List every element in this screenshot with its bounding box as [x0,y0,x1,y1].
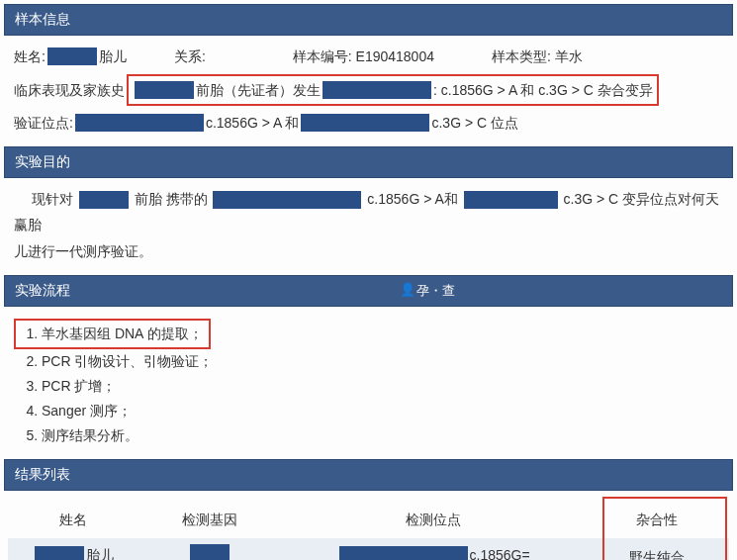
procedure-item-4: Sanger 测序； [42,399,723,423]
procedure-list: 羊水基因组 DNA 的提取； PCR 引物设计、引物验证； PCR 扩增； Sa… [14,319,723,449]
section-header-results: 结果列表 [4,459,733,491]
redacted-block [213,191,361,209]
table-header-row: 姓名 检测基因 检测位点 杂合性 [8,501,729,539]
section-body-purpose: 现针对 前胎 携带的 c.1856G > A和 c.3G > C 变异位点对何天… [4,178,733,275]
verify-mid2: c.3G > C 位点 [431,110,518,137]
row-zygosity: 野生纯合 [629,549,685,560]
sample-type-label: 样本类型: [492,44,551,70]
redacted-block [190,544,230,560]
procedure-item-text: PCR 引物设计、引物验证； [42,353,213,369]
clinical-mid: : c.1856G > A 和 c.3G > C 杂合变异 [433,77,653,104]
table-row: 胎儿 c.1856G= 野生纯合 [8,538,729,560]
col-zygosity: 杂合性 [585,501,729,539]
sample-info-row1: 姓名: 胎儿 关系: 样本编号: E190418004 样本类型: 羊水 [14,44,723,70]
section-body-results: 姓名 检测基因 检测位点 杂合性 胎儿 c.1856G= 野生纯合 胎儿 c.3… [4,491,733,561]
procedure-item-text: 羊水基因组 DNA 的提取； [42,326,203,341]
procedure-item-text: Sanger 测序； [42,403,132,419]
section-header-procedure: 实验流程 👤 孕・查 [4,275,733,307]
watermark-text: 孕・查 [416,282,455,300]
procedure-item-3: PCR 扩增； [42,374,723,399]
row-site-suffix: c.1856G= [470,542,530,560]
row-name-suffix: 胎儿 [86,542,114,560]
redacted-block [75,114,204,132]
section-title: 实验流程 [15,282,70,298]
watermark-icon: 👤 [400,282,415,297]
procedure-item-5: 测序结果分析。 [42,423,723,448]
name-label: 姓名: [14,44,46,70]
sample-info-row2: 临床表现及家族史 前胎（先证者）发生 : c.1856G > A 和 c.3G … [14,74,723,107]
section-title: 实验目的 [15,153,70,169]
name-suffix: 胎儿 [99,44,127,70]
section-header-sample-info: 样本信息 [4,4,733,36]
section-body-sample-info: 姓名: 胎儿 关系: 样本编号: E190418004 样本类型: 羊水 临床表… [4,36,733,146]
col-site: 检测位点 [282,501,585,539]
redacted-block [79,191,129,209]
procedure-item-2: PCR 引物设计、引物验证； [42,349,723,374]
redacted-block [47,47,97,65]
sample-info-row3: 验证位点: c.1856G > A 和 c.3G > C 位点 [14,110,723,137]
purpose-tail: 儿进行一代测序验证。 [14,243,152,259]
col-gene: 检测基因 [138,501,282,539]
redacted-block [339,546,468,560]
col-name: 姓名 [8,501,138,539]
redacted-block [135,81,194,99]
purpose-pre: 现针对 [32,191,73,207]
verify-label: 验证位点: [14,110,73,137]
procedure-item-text: PCR 扩增； [42,378,116,394]
verify-mid1: c.1856G > A 和 [206,110,300,137]
redacted-block [464,191,558,209]
redacted-block [35,546,84,560]
section-header-purpose: 实验目的 [4,146,733,178]
sample-type-value: 羊水 [555,44,583,70]
procedure-item-text: 测序结果分析。 [42,427,138,443]
purpose-mid2: c.1856G > A和 [367,191,457,207]
sample-no-value: E190418004 [356,44,434,70]
redacted-block [301,114,429,132]
section-body-procedure: 羊水基因组 DNA 的提取； PCR 引物设计、引物验证； PCR 扩增； Sa… [4,307,733,459]
sample-no-label: 样本编号: [293,44,352,70]
purpose-mid1: 前胎 携带的 [135,191,208,207]
procedure-item-1: 羊水基因组 DNA 的提取； [42,319,723,349]
section-title: 结果列表 [15,466,70,482]
clinical-pretext: 前胎（先证者）发生 [196,77,321,104]
relation-label: 关系: [174,44,206,70]
clinical-label: 临床表现及家族史 [14,77,125,104]
section-title: 样本信息 [15,11,70,27]
results-table: 姓名 检测基因 检测位点 杂合性 胎儿 c.1856G= 野生纯合 胎儿 c.3… [8,501,729,561]
clinical-highlight-box: 前胎（先证者）发生 : c.1856G > A 和 c.3G > C 杂合变异 [127,74,659,107]
redacted-block [322,81,431,99]
